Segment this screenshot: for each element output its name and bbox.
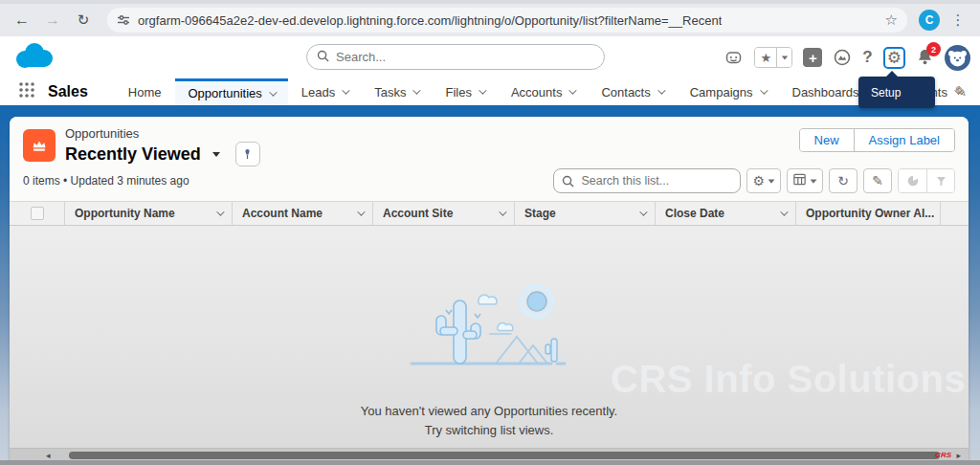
favorites-dropdown-icon[interactable] bbox=[776, 48, 791, 67]
opportunity-entity-icon bbox=[23, 129, 56, 162]
empty-state-line2: Try switching list views. bbox=[425, 421, 554, 440]
list-search-input[interactable] bbox=[553, 168, 741, 193]
global-search-placeholder: Search... bbox=[336, 50, 386, 64]
list-view-title: Recently Viewed bbox=[65, 144, 201, 165]
column-header-close-date[interactable]: Close Date bbox=[656, 202, 796, 225]
column-label: Opportunity Name bbox=[75, 207, 175, 220]
browser-back-icon[interactable]: ← bbox=[10, 8, 34, 33]
browser-reload-icon[interactable]: ↻ bbox=[71, 8, 96, 33]
bookmark-star-icon[interactable]: ☆ bbox=[885, 11, 898, 29]
chevron-down-icon[interactable] bbox=[569, 86, 577, 94]
tab-tasks[interactable]: Tasks bbox=[361, 78, 432, 105]
tab-label: Dashboards bbox=[792, 85, 859, 100]
list-view-card: Opportunities Recently Viewed bbox=[10, 117, 969, 461]
search-icon bbox=[317, 49, 329, 66]
column-header-account-site[interactable]: Account Site bbox=[373, 202, 515, 225]
column-header-opportunity-owner[interactable]: Opportunity Owner Al... bbox=[796, 202, 941, 225]
einstein-icon[interactable] bbox=[724, 48, 744, 67]
setup-gear-focus-ring: ⚙ bbox=[883, 47, 905, 69]
guidance-center-icon[interactable] bbox=[833, 48, 852, 67]
chevron-down-icon[interactable] bbox=[357, 208, 365, 215]
chevron-down-icon bbox=[768, 179, 775, 183]
app-name: Sales bbox=[48, 83, 88, 100]
pin-list-button[interactable] bbox=[235, 142, 260, 166]
tab-accounts[interactable]: Accounts bbox=[498, 78, 588, 105]
chevron-down-icon[interactable] bbox=[216, 208, 224, 215]
tab-label: Campaigns bbox=[690, 85, 753, 100]
chevron-down-icon[interactable] bbox=[639, 208, 647, 215]
help-icon[interactable]: ? bbox=[862, 48, 872, 67]
address-bar[interactable]: orgfarm-096645a2e2-dev-ed.develop.lightn… bbox=[107, 8, 907, 33]
filter-button[interactable] bbox=[926, 169, 954, 192]
tab-label: Leads bbox=[301, 85, 335, 100]
tab-leads[interactable]: Leads bbox=[288, 78, 361, 105]
tab-label: Files bbox=[445, 85, 471, 100]
edit-list-button[interactable]: ✎ bbox=[863, 168, 892, 193]
user-avatar[interactable] bbox=[945, 45, 970, 71]
horizontal-scrollbar[interactable]: ◂ CRS ▸ bbox=[10, 448, 969, 461]
column-header-account-name[interactable]: Account Name bbox=[233, 202, 373, 225]
notification-count-badge: 2 bbox=[926, 42, 941, 56]
url-text[interactable]: orgfarm-096645a2e2-dev-ed.develop.lightn… bbox=[138, 13, 722, 28]
notifications-bell-icon[interactable]: 2 bbox=[916, 48, 934, 67]
chevron-down-icon[interactable] bbox=[760, 86, 768, 94]
list-view-header: Opportunities Recently Viewed bbox=[10, 117, 969, 201]
site-settings-icon[interactable] bbox=[117, 13, 130, 27]
scrollbar-thumb[interactable] bbox=[69, 452, 940, 459]
list-view-selector-caret-icon[interactable] bbox=[212, 152, 220, 157]
search-icon bbox=[562, 174, 574, 191]
salesforce-global-header: Search... ★ + ? ⚙ bbox=[0, 36, 980, 78]
select-all-checkbox[interactable] bbox=[31, 207, 44, 220]
tab-files[interactable]: Files bbox=[432, 78, 497, 105]
column-label: Close Date bbox=[665, 207, 724, 220]
tab-label: Tasks bbox=[374, 85, 406, 100]
chevron-down-icon[interactable] bbox=[269, 88, 277, 96]
column-label: Account Name bbox=[242, 207, 323, 220]
table-header-row: Opportunity Name Account Name Account Si… bbox=[10, 201, 969, 226]
favorite-star-icon[interactable]: ★ bbox=[755, 48, 776, 67]
app-launcher-icon[interactable] bbox=[17, 80, 36, 103]
window-bottom-edge bbox=[0, 460, 980, 465]
nav-tabs: Home Opportunities Leads Tasks Files Acc… bbox=[115, 78, 980, 105]
tab-opportunities[interactable]: Opportunities bbox=[175, 78, 288, 105]
browser-profile-avatar[interactable]: C bbox=[919, 10, 940, 31]
tab-label: Opportunities bbox=[189, 86, 262, 100]
chevron-down-icon[interactable] bbox=[479, 86, 486, 94]
setup-tooltip: Setup bbox=[858, 77, 935, 108]
screen: ← → ↻ orgfarm-096645a2e2-dev-ed.develop.… bbox=[0, 0, 980, 465]
chevron-down-icon[interactable] bbox=[413, 86, 421, 94]
chevron-down-icon[interactable] bbox=[657, 86, 665, 94]
gear-icon: ⚙ bbox=[752, 174, 765, 188]
setup-gear-icon[interactable]: ⚙ bbox=[887, 50, 902, 66]
table-icon bbox=[792, 172, 807, 190]
chevron-down-icon[interactable] bbox=[499, 208, 506, 215]
global-header-icons: ★ + ? ⚙ 2 bbox=[724, 36, 970, 78]
display-as-button[interactable] bbox=[787, 168, 823, 193]
charts-button[interactable] bbox=[899, 169, 926, 192]
global-search-box[interactable]: Search... bbox=[306, 44, 605, 70]
list-controls: ⚙ ↻ bbox=[553, 168, 955, 193]
entity-label: Opportunities bbox=[65, 126, 260, 141]
new-button[interactable]: New bbox=[800, 129, 854, 151]
tab-label: Accounts bbox=[511, 85, 562, 100]
column-header-opportunity-name[interactable]: Opportunity Name bbox=[65, 202, 233, 225]
list-view-controls-button[interactable]: ⚙ bbox=[746, 168, 781, 193]
browser-menu-icon[interactable]: ⋮ bbox=[946, 8, 970, 33]
column-header-stage[interactable]: Stage bbox=[515, 202, 656, 225]
tab-more[interactable]: More bbox=[973, 78, 980, 105]
tab-home[interactable]: Home bbox=[115, 78, 175, 105]
chevron-down-icon[interactable] bbox=[342, 86, 349, 94]
column-label: Opportunity Owner Al... bbox=[806, 207, 934, 220]
edit-nav-pencil-icon[interactable]: ✎ bbox=[954, 83, 967, 100]
chevron-down-icon[interactable] bbox=[780, 208, 788, 215]
tab-campaigns[interactable]: Campaigns bbox=[677, 78, 779, 105]
tab-contacts[interactable]: Contacts bbox=[588, 78, 676, 105]
global-actions-icon[interactable]: + bbox=[803, 48, 822, 67]
tab-label: Home bbox=[128, 85, 162, 100]
select-all-checkbox-cell bbox=[10, 202, 65, 225]
assign-label-button[interactable]: Assign Label bbox=[854, 129, 954, 151]
refresh-button[interactable]: ↻ bbox=[829, 168, 858, 193]
tab-label: Contacts bbox=[601, 85, 650, 100]
browser-forward-icon[interactable]: → bbox=[40, 8, 65, 33]
list-search-box bbox=[553, 168, 741, 193]
